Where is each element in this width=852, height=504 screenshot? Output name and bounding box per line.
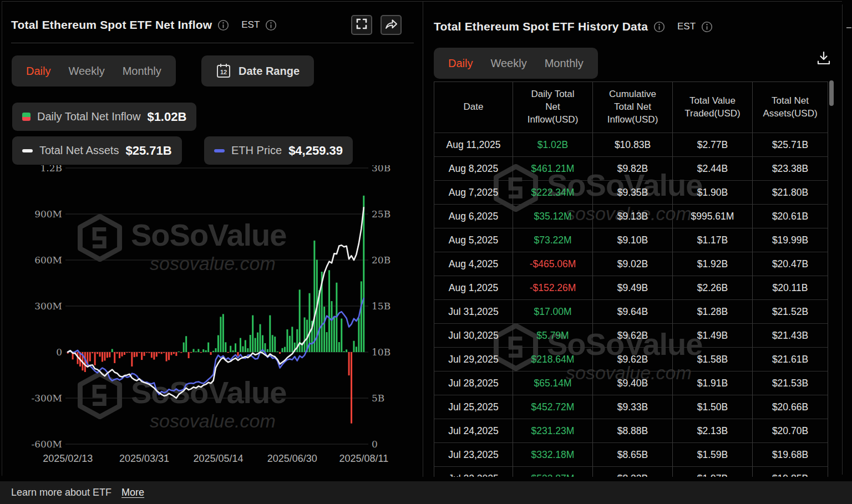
svg-text:2025/05/14: 2025/05/14 xyxy=(193,453,243,464)
legend-eth-price[interactable]: ETH Price $4,259.39 xyxy=(204,136,353,165)
date-range-button[interactable]: 12 Date Range xyxy=(201,55,314,86)
tab-daily[interactable]: Daily xyxy=(448,57,473,70)
svg-text:600M: 600M xyxy=(34,254,62,266)
table-title: Total Ethereum Spot ETF History Data xyxy=(434,20,648,33)
svg-text:10B: 10B xyxy=(372,347,390,358)
timezone-label: EST xyxy=(241,19,260,30)
fullscreen-button[interactable] xyxy=(351,15,372,35)
legend-value: $25.71B xyxy=(125,144,171,158)
svg-text:12: 12 xyxy=(220,69,227,75)
tab-weekly[interactable]: Weekly xyxy=(490,57,526,70)
fullscreen-icon xyxy=(355,17,368,33)
footer-text: Learn more about ETF xyxy=(11,487,111,498)
share-button[interactable] xyxy=(381,15,402,35)
legend-label: Daily Total Net Inflow xyxy=(37,110,140,123)
svg-text:-300M: -300M xyxy=(31,393,62,404)
blue-dash-icon xyxy=(214,149,225,152)
svg-text:15B: 15B xyxy=(372,301,390,312)
tab-weekly[interactable]: Weekly xyxy=(68,65,104,78)
info-icon[interactable] xyxy=(653,21,665,33)
legend-total-net-assets[interactable]: Total Net Assets $25.71B xyxy=(12,136,182,165)
etf-dashboard: SoSoValuesosovalue.comSoSoValuesosovalue… xyxy=(0,0,852,504)
svg-text:30B: 30B xyxy=(372,165,390,174)
svg-text:300M: 300M xyxy=(34,301,62,312)
scrollbar-fragment xyxy=(846,27,851,28)
page-title: Total Ethereum Spot ETF Net Inflow xyxy=(11,18,212,32)
svg-text:900M: 900M xyxy=(34,208,62,220)
calendar-icon: 12 xyxy=(216,63,231,79)
legend-value: $1.02B xyxy=(147,110,186,124)
footer-bar: Learn more about ETF More xyxy=(0,481,852,504)
table-period-tabs: Daily Weekly Monthly xyxy=(434,48,598,79)
tab-monthly[interactable]: Monthly xyxy=(545,57,584,70)
date-range-label: Date Range xyxy=(239,65,300,78)
footer-more-link[interactable]: More xyxy=(121,487,144,498)
svg-text:0: 0 xyxy=(56,347,62,358)
info-icon[interactable] xyxy=(265,19,277,31)
svg-text:2025/02/13: 2025/02/13 xyxy=(43,453,93,464)
svg-text:20B: 20B xyxy=(372,254,390,266)
net-inflow-chart-panel: Total Ethereum Spot ETF Net Inflow EST xyxy=(0,0,423,481)
info-icon[interactable] xyxy=(701,21,713,33)
svg-text:0: 0 xyxy=(372,439,378,450)
tab-monthly[interactable]: Monthly xyxy=(123,65,161,78)
legend-label: Total Net Assets xyxy=(39,144,119,157)
chart-period-tabs: Daily Weekly Monthly xyxy=(12,55,176,86)
header-divider xyxy=(11,43,414,43)
table-scrollbar[interactable] xyxy=(829,80,834,106)
legend-daily-net-inflow[interactable]: Daily Total Net Inflow $1.02B xyxy=(12,103,196,131)
legend-label: ETH Price xyxy=(231,144,282,157)
svg-text:25B: 25B xyxy=(372,208,390,220)
svg-text:5B: 5B xyxy=(372,393,384,404)
legend-value: $4,259.39 xyxy=(288,144,343,158)
timezone-label: EST xyxy=(677,21,696,32)
svg-text:1.2B: 1.2B xyxy=(40,165,62,174)
svg-text:-600M: -600M xyxy=(31,439,62,450)
history-data-panel: Total Ethereum Spot ETF History Data EST… xyxy=(423,0,842,481)
white-dash-icon xyxy=(22,149,33,152)
svg-text:2025/06/30: 2025/06/30 xyxy=(267,453,317,464)
net-inflow-chart[interactable]: 1.2B30B900M25B600M20B300M15B010B-300M5B-… xyxy=(11,165,416,474)
frame-right-border xyxy=(842,4,843,475)
tab-daily[interactable]: Daily xyxy=(26,65,50,78)
info-icon[interactable] xyxy=(217,19,229,31)
svg-text:2025/08/11: 2025/08/11 xyxy=(339,453,388,464)
svg-text:2025/03/31: 2025/03/31 xyxy=(119,453,169,464)
share-icon xyxy=(384,17,398,33)
inflow-bar-icon xyxy=(22,113,31,121)
